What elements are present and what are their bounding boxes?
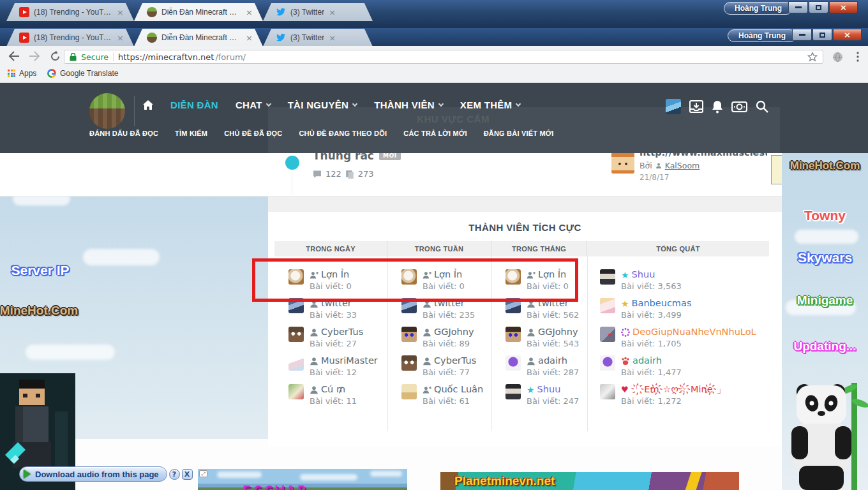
member-name-link[interactable]: adairh xyxy=(632,355,662,366)
tab-twitter[interactable]: (3) Twitter × xyxy=(263,3,373,21)
member-name-link[interactable]: CyberTus xyxy=(321,327,363,338)
member-name-link[interactable]: adairh xyxy=(538,355,567,366)
banner-stripe xyxy=(684,472,703,490)
member-name-link[interactable]: 「҉Em҉☆ღ☆҉Mine҉」 xyxy=(631,384,726,395)
tab-twitter[interactable]: (3) Twitter × xyxy=(263,29,373,47)
skin-text-towny: Towny xyxy=(782,208,868,223)
member-name-link[interactable]: Shuu xyxy=(537,384,561,395)
member-post-count: Bài viết: 1,705 xyxy=(621,339,756,348)
expand-icon[interactable]: ⤢ xyxy=(199,470,207,477)
tab-close-icon[interactable]: × xyxy=(117,34,124,42)
tab-close-icon[interactable]: × xyxy=(329,34,336,42)
forward-button[interactable] xyxy=(27,48,42,64)
member-avatar[interactable] xyxy=(505,327,521,342)
member-avatar[interactable] xyxy=(288,384,304,399)
home-icon[interactable] xyxy=(143,100,153,110)
member-entry: GGJohny Bài viết: 543 xyxy=(505,327,587,349)
member-avatar[interactable] xyxy=(600,298,615,313)
bell-icon[interactable] xyxy=(712,100,723,114)
tab-close-icon[interactable]: × xyxy=(117,8,124,17)
maximize-button[interactable] xyxy=(809,1,828,13)
member-entry: CyberTus Bài viết: 77 xyxy=(401,355,491,378)
wallet-icon[interactable] xyxy=(731,101,747,112)
nav-item-resources[interactable]: TÀI NGUYÊN xyxy=(288,100,357,110)
ad-banner-left[interactable]: EGGWAR ⤢ xyxy=(198,469,407,490)
member-name-link[interactable]: GGJohny xyxy=(538,327,578,338)
tab-minecraft-forum[interactable]: Diễn Đàn Minecraft Việt × xyxy=(134,3,263,21)
extension-globe-icon[interactable] xyxy=(830,49,845,64)
menu-dots-icon[interactable] xyxy=(850,49,865,64)
subnav-search[interactable]: TÌM KIẾM xyxy=(175,130,207,137)
member-post-count: Bài viết: 235 xyxy=(423,310,475,320)
member-avatar[interactable] xyxy=(288,355,304,371)
address-bar[interactable]: Secure https://minecraftvn.net/forum/ xyxy=(64,50,823,64)
close-button[interactable]: × xyxy=(829,1,858,13)
member-name-link[interactable]: Quốc Luân xyxy=(434,384,483,395)
member-name-link[interactable]: MusriMaster xyxy=(321,355,378,366)
skin-text-minigame: Minigame xyxy=(782,293,868,308)
nav-item-forum[interactable]: DIỄN ĐÀN xyxy=(170,100,218,110)
window-controls: × xyxy=(792,29,862,41)
member-avatar[interactable] xyxy=(600,269,615,285)
member-name-link[interactable]: Banbeucmas xyxy=(632,298,692,309)
member-name-link[interactable]: Shuu xyxy=(632,269,655,280)
member-avatar[interactable] xyxy=(401,327,417,342)
bookmark-apps[interactable]: Apps xyxy=(8,69,36,78)
subnav-new-posts[interactable]: ĐĂNG BÀI VIẾT MỚI xyxy=(484,130,554,137)
column-header-week: TRONG TUẦN xyxy=(387,241,491,256)
download-close-button[interactable]: X xyxy=(182,469,193,480)
tab-close-icon[interactable]: × xyxy=(329,8,336,17)
download-audio-button[interactable]: Download audio from this page xyxy=(19,466,167,482)
profile-button[interactable]: Hoàng Trung xyxy=(724,2,793,15)
subnav-watched-topics[interactable]: CHỦ ĐỀ ĐANG THEO DÕI xyxy=(299,130,387,137)
member-avatar[interactable] xyxy=(401,355,417,371)
bookmark-star-icon[interactable] xyxy=(807,52,818,62)
member-avatar[interactable] xyxy=(505,384,521,399)
member-entry: ♥「҉Em҉☆ღ☆҉Mine҉」 Bài viết: 1,272 xyxy=(600,384,769,406)
tab-close-icon[interactable]: × xyxy=(246,8,253,17)
member-avatar[interactable] xyxy=(401,384,417,399)
subnav-mark-read[interactable]: ĐÁNH DẤU ĐÃ ĐỌC xyxy=(89,130,158,137)
member-avatar[interactable] xyxy=(600,327,615,342)
member-name-link[interactable]: GGJohny xyxy=(434,327,474,338)
tab-close-icon[interactable]: × xyxy=(246,34,253,42)
forum-logo[interactable] xyxy=(89,93,125,129)
minimize-button[interactable] xyxy=(788,1,808,13)
search-icon[interactable] xyxy=(756,100,768,113)
members-column-overall: ★Shuu Bài viết: 3,563 ★Banbeucmas Bài vi… xyxy=(587,269,769,406)
minimize-button[interactable] xyxy=(792,29,812,41)
bookmark-google-translate[interactable]: Google Translate xyxy=(47,69,118,78)
user-avatar[interactable] xyxy=(666,99,681,114)
maximize-button[interactable] xyxy=(812,29,832,41)
last-post-author-link[interactable]: KalSoom xyxy=(665,161,700,170)
member-name-link[interactable]: Cú ₥ xyxy=(321,384,345,395)
back-button[interactable] xyxy=(6,48,22,64)
member-avatar[interactable] xyxy=(505,355,521,371)
member-avatar[interactable] xyxy=(600,384,615,399)
tab-youtube[interactable]: (18) Trending - YouTube × xyxy=(6,29,134,47)
close-button[interactable]: × xyxy=(833,29,862,41)
last-post-avatar[interactable] xyxy=(611,151,634,174)
tab-youtube[interactable]: (18) Trending - YouTube × xyxy=(6,3,134,21)
member-avatar[interactable] xyxy=(600,355,615,371)
reload-button[interactable] xyxy=(47,48,63,64)
member-name-link[interactable]: CyberTus xyxy=(434,355,476,366)
member-avatar[interactable] xyxy=(288,327,304,342)
dotted-circle-purple-icon xyxy=(621,328,630,337)
member-post-count: Bài viết: 1,272 xyxy=(621,396,726,406)
subnav-new-replies[interactable]: CÁC TRẢ LỜI MỚI xyxy=(403,130,467,137)
profile-button[interactable]: Hoàng Trung xyxy=(728,29,797,42)
inbox-download-icon[interactable] xyxy=(689,100,703,113)
member-name-link[interactable]: DeoGiupNuaNheVnNhuLoL xyxy=(632,327,756,338)
tab-minecraft-forum[interactable]: Diễn Đàn Minecraft Việt × xyxy=(134,29,263,47)
star-cyan-icon: ★ xyxy=(621,271,629,279)
nav-item-members[interactable]: THÀNH VIÊN xyxy=(374,100,443,110)
subnav-read-topics[interactable]: CHỦ ĐỀ ĐÃ ĐỌC xyxy=(224,130,282,137)
star-cyan-icon: ★ xyxy=(527,385,535,394)
download-help-button[interactable]: ? xyxy=(169,469,180,480)
nav-item-more[interactable]: XEM THÊM xyxy=(460,100,521,110)
tab-strip: (18) Trending - YouTube × Diễn Đàn Minec… xyxy=(6,29,373,47)
cloud xyxy=(795,230,858,244)
nav-item-chat[interactable]: CHAT xyxy=(236,100,271,110)
ad-banner-right[interactable]: Planetminevn.net xyxy=(440,472,739,490)
